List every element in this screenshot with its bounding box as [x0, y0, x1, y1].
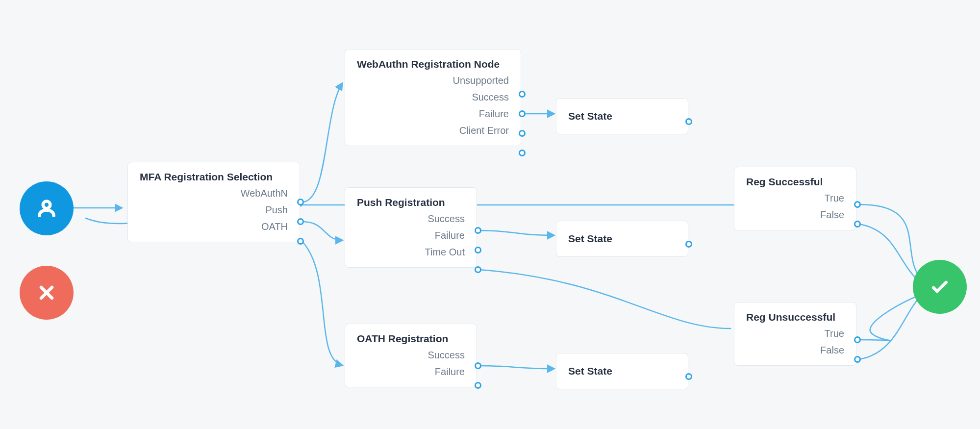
start-node[interactable] [20, 181, 74, 235]
output-port[interactable] [519, 110, 526, 117]
node-output[interactable]: OATH [261, 220, 288, 233]
success-terminal[interactable] [913, 260, 967, 314]
output-port[interactable] [297, 199, 304, 205]
node-title: Set State [568, 365, 676, 377]
output-port[interactable] [475, 382, 481, 389]
person-icon [36, 198, 57, 219]
output-port[interactable] [519, 150, 526, 156]
node-output[interactable]: Success [427, 349, 465, 361]
node-output[interactable]: Success [427, 212, 465, 225]
failure-terminal[interactable] [20, 266, 74, 320]
node-output[interactable]: False [820, 208, 844, 221]
output-port[interactable] [297, 218, 304, 225]
node-title: Push Registration [357, 197, 465, 208]
node-output[interactable]: Time Out [425, 246, 465, 258]
node-push-registration[interactable]: Push Registration Success Failure Time O… [345, 187, 477, 268]
check-icon [929, 276, 951, 298]
flow-canvas: MFA Registration Selection WebAuthN Push… [0, 0, 980, 429]
node-title: Reg Successful [746, 176, 844, 188]
svg-point-0 [43, 201, 50, 208]
node-output[interactable]: Failure [479, 107, 509, 120]
node-output[interactable]: WebAuthN [241, 187, 288, 200]
node-oath-registration[interactable]: OATH Registration Success Failure [345, 324, 477, 387]
output-port[interactable] [685, 241, 692, 248]
node-set-state[interactable]: Set State [556, 353, 688, 389]
node-title: Set State [568, 110, 676, 122]
x-icon [36, 282, 57, 303]
output-port[interactable] [685, 118, 692, 125]
node-output[interactable]: True [825, 327, 844, 340]
node-mfa-registration-selection[interactable]: MFA Registration Selection WebAuthN Push… [127, 162, 300, 242]
output-port[interactable] [854, 336, 861, 343]
output-port[interactable] [519, 130, 526, 137]
node-webauthn-registration[interactable]: WebAuthn Registration Node Unsupported S… [345, 49, 521, 146]
output-port[interactable] [475, 362, 481, 369]
node-output[interactable]: Failure [435, 229, 465, 242]
node-set-state[interactable]: Set State [556, 221, 688, 257]
node-title: Reg Unsuccessful [746, 311, 844, 323]
output-port[interactable] [297, 238, 304, 245]
node-output[interactable]: Unsupported [452, 74, 509, 87]
output-port[interactable] [475, 266, 481, 273]
node-output[interactable]: Success [472, 91, 509, 103]
output-port[interactable] [475, 227, 481, 234]
node-title: WebAuthn Registration Node [357, 58, 509, 70]
output-port[interactable] [475, 247, 481, 253]
output-port[interactable] [854, 356, 861, 363]
node-output[interactable]: Failure [435, 365, 465, 378]
node-set-state[interactable]: Set State [556, 98, 688, 134]
node-reg-successful[interactable]: Reg Successful True False [734, 167, 856, 230]
node-title: OATH Registration [357, 333, 465, 345]
node-output[interactable]: Push [265, 203, 288, 216]
node-output[interactable]: False [820, 344, 844, 356]
output-port[interactable] [685, 373, 692, 380]
node-output[interactable]: True [825, 192, 844, 204]
output-port[interactable] [854, 201, 861, 208]
node-title: Set State [568, 233, 676, 245]
node-reg-unsuccessful[interactable]: Reg Unsuccessful True False [734, 302, 856, 366]
node-title: MFA Registration Selection [140, 171, 288, 183]
output-port[interactable] [519, 91, 526, 98]
node-output[interactable]: Client Error [459, 124, 509, 137]
output-port[interactable] [854, 221, 861, 227]
